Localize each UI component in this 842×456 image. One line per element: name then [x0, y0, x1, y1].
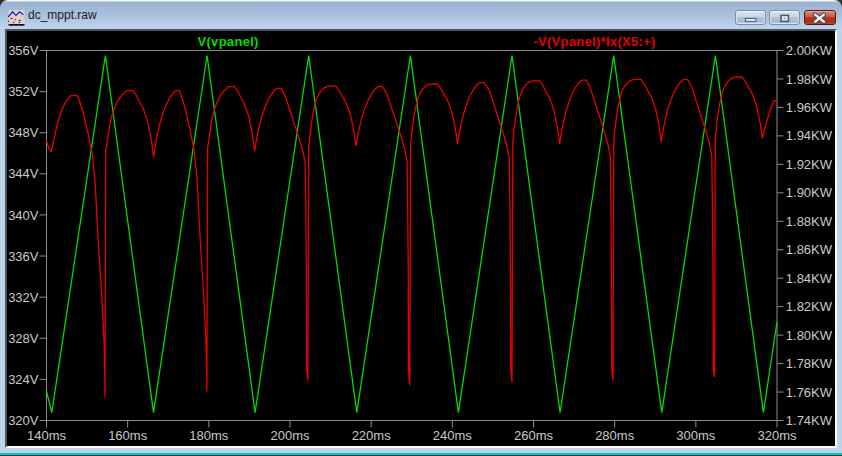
svg-text:1.74KW: 1.74KW [786, 413, 833, 428]
svg-text:1.94KW: 1.94KW [786, 128, 833, 143]
svg-text:1.88KW: 1.88KW [786, 214, 833, 229]
svg-text:140ms: 140ms [27, 428, 67, 443]
svg-text:344V: 344V [8, 166, 39, 181]
svg-text:1.80KW: 1.80KW [786, 328, 833, 343]
svg-text:200ms: 200ms [270, 428, 310, 443]
svg-text:352V: 352V [8, 84, 39, 99]
svg-text:240ms: 240ms [433, 428, 473, 443]
svg-text:336V: 336V [8, 249, 39, 264]
svg-text:2.00KW: 2.00KW [786, 43, 833, 58]
svg-text:332V: 332V [8, 290, 39, 305]
svg-text:280ms: 280ms [595, 428, 635, 443]
svg-text:160ms: 160ms [108, 428, 148, 443]
svg-text:300ms: 300ms [676, 428, 716, 443]
svg-text:1.92KW: 1.92KW [786, 157, 833, 172]
svg-text:348V: 348V [8, 125, 39, 140]
svg-text:324V: 324V [8, 372, 39, 387]
svg-text:220ms: 220ms [352, 428, 392, 443]
svg-text:V(vpanel): V(vpanel) [198, 34, 259, 49]
svg-text:1.78KW: 1.78KW [786, 356, 833, 371]
svg-text:1.90KW: 1.90KW [786, 185, 833, 200]
svg-text:340V: 340V [8, 208, 39, 223]
svg-text:-V(Vpanel)*Ix(X5:+): -V(Vpanel)*Ix(X5:+) [533, 34, 655, 49]
svg-text:1.86KW: 1.86KW [786, 242, 833, 257]
svg-text:356V: 356V [8, 43, 39, 58]
svg-text:328V: 328V [8, 331, 39, 346]
svg-text:1.84KW: 1.84KW [786, 271, 833, 286]
svg-text:1.96KW: 1.96KW [786, 100, 833, 115]
svg-text:260ms: 260ms [514, 428, 554, 443]
svg-text:1.82KW: 1.82KW [786, 299, 833, 314]
svg-text:320V: 320V [8, 413, 39, 428]
svg-text:1.98KW: 1.98KW [786, 72, 833, 87]
svg-text:320ms: 320ms [757, 428, 797, 443]
svg-text:1.76KW: 1.76KW [786, 385, 833, 400]
svg-text:180ms: 180ms [189, 428, 229, 443]
